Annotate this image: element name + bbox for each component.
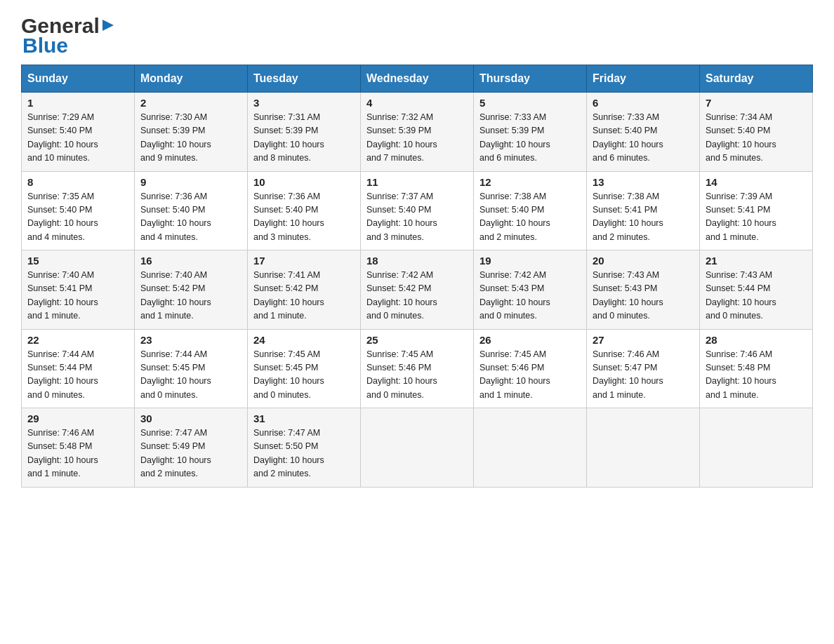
- day-number: 31: [253, 412, 355, 424]
- day-info: Sunrise: 7:37 AMSunset: 5:40 PMDaylight:…: [366, 192, 437, 242]
- day-number: 13: [593, 176, 694, 188]
- calendar-day-cell: 22 Sunrise: 7:44 AMSunset: 5:44 PMDaylig…: [22, 329, 135, 408]
- calendar-day-cell: 20 Sunrise: 7:43 AMSunset: 5:43 PMDaylig…: [587, 250, 700, 330]
- calendar-day-cell: 5 Sunrise: 7:33 AMSunset: 5:39 PMDayligh…: [474, 93, 587, 172]
- day-of-week-header: Sunday: [22, 65, 135, 93]
- calendar-header-row: SundayMondayTuesdayWednesdayThursdayFrid…: [22, 65, 813, 93]
- calendar-day-cell: 30 Sunrise: 7:47 AMSunset: 5:49 PMDaylig…: [135, 408, 248, 488]
- page-header: General Blue: [21, 14, 813, 58]
- day-number: 17: [253, 255, 355, 267]
- day-info: Sunrise: 7:45 AMSunset: 5:46 PMDaylight:…: [479, 349, 550, 400]
- calendar-day-cell: 4 Sunrise: 7:32 AMSunset: 5:39 PMDayligh…: [361, 93, 474, 172]
- day-number: 18: [366, 255, 468, 267]
- day-info: Sunrise: 7:33 AMSunset: 5:39 PMDaylight:…: [479, 112, 550, 163]
- day-number: 3: [253, 97, 355, 109]
- day-number: 19: [479, 255, 581, 267]
- day-info: Sunrise: 7:34 AMSunset: 5:40 PMDaylight:…: [706, 112, 776, 163]
- day-info: Sunrise: 7:44 AMSunset: 5:45 PMDaylight:…: [140, 349, 211, 400]
- calendar-day-cell: 17 Sunrise: 7:41 AMSunset: 5:42 PMDaylig…: [248, 250, 361, 330]
- day-number: 16: [140, 255, 241, 267]
- calendar-day-cell: 10 Sunrise: 7:36 AMSunset: 5:40 PMDaylig…: [248, 171, 361, 250]
- calendar-day-cell: [361, 408, 474, 488]
- calendar-day-cell: 16 Sunrise: 7:40 AMSunset: 5:42 PMDaylig…: [135, 250, 248, 330]
- calendar-day-cell: 26 Sunrise: 7:45 AMSunset: 5:46 PMDaylig…: [474, 329, 587, 408]
- day-info: Sunrise: 7:46 AMSunset: 5:48 PMDaylight:…: [706, 349, 776, 400]
- day-info: Sunrise: 7:36 AMSunset: 5:40 PMDaylight:…: [140, 192, 211, 242]
- calendar-day-cell: [700, 408, 813, 488]
- day-number: 28: [706, 334, 807, 346]
- day-number: 8: [27, 176, 128, 188]
- calendar-day-cell: 1 Sunrise: 7:29 AMSunset: 5:40 PMDayligh…: [22, 93, 135, 172]
- calendar-day-cell: 15 Sunrise: 7:40 AMSunset: 5:41 PMDaylig…: [22, 250, 135, 330]
- logo: General Blue: [21, 14, 117, 58]
- day-number: 26: [479, 334, 581, 346]
- day-of-week-header: Monday: [135, 65, 248, 93]
- day-info: Sunrise: 7:46 AMSunset: 5:48 PMDaylight:…: [27, 428, 98, 478]
- day-info: Sunrise: 7:29 AMSunset: 5:40 PMDaylight:…: [27, 112, 98, 163]
- day-number: 5: [479, 97, 581, 109]
- day-number: 1: [27, 97, 128, 109]
- calendar-table: SundayMondayTuesdayWednesdayThursdayFrid…: [21, 65, 813, 488]
- day-number: 4: [366, 97, 468, 109]
- day-info: Sunrise: 7:35 AMSunset: 5:40 PMDaylight:…: [27, 192, 98, 242]
- day-number: 27: [593, 334, 694, 346]
- calendar-day-cell: 19 Sunrise: 7:42 AMSunset: 5:43 PMDaylig…: [474, 250, 587, 330]
- calendar-day-cell: 23 Sunrise: 7:44 AMSunset: 5:45 PMDaylig…: [135, 329, 248, 408]
- day-info: Sunrise: 7:44 AMSunset: 5:44 PMDaylight:…: [27, 349, 98, 400]
- calendar-week-row: 29 Sunrise: 7:46 AMSunset: 5:48 PMDaylig…: [22, 408, 813, 488]
- day-info: Sunrise: 7:43 AMSunset: 5:44 PMDaylight:…: [706, 270, 776, 321]
- day-of-week-header: Saturday: [700, 65, 813, 93]
- day-info: Sunrise: 7:40 AMSunset: 5:42 PMDaylight:…: [140, 270, 211, 321]
- day-info: Sunrise: 7:45 AMSunset: 5:46 PMDaylight:…: [366, 349, 437, 400]
- calendar-day-cell: 31 Sunrise: 7:47 AMSunset: 5:50 PMDaylig…: [248, 408, 361, 488]
- day-number: 25: [366, 334, 468, 346]
- calendar-day-cell: 8 Sunrise: 7:35 AMSunset: 5:40 PMDayligh…: [22, 171, 135, 250]
- day-of-week-header: Thursday: [474, 65, 587, 93]
- day-number: 12: [479, 176, 581, 188]
- day-number: 6: [593, 97, 694, 109]
- day-number: 2: [140, 97, 241, 109]
- calendar-week-row: 15 Sunrise: 7:40 AMSunset: 5:41 PMDaylig…: [22, 250, 813, 330]
- day-info: Sunrise: 7:33 AMSunset: 5:40 PMDaylight:…: [593, 112, 663, 163]
- calendar-day-cell: 29 Sunrise: 7:46 AMSunset: 5:48 PMDaylig…: [22, 408, 135, 488]
- calendar-day-cell: 6 Sunrise: 7:33 AMSunset: 5:40 PMDayligh…: [587, 93, 700, 172]
- day-info: Sunrise: 7:41 AMSunset: 5:42 PMDaylight:…: [253, 270, 324, 321]
- day-info: Sunrise: 7:39 AMSunset: 5:41 PMDaylight:…: [706, 192, 776, 242]
- calendar-day-cell: 27 Sunrise: 7:46 AMSunset: 5:47 PMDaylig…: [587, 329, 700, 408]
- calendar-day-cell: 24 Sunrise: 7:45 AMSunset: 5:45 PMDaylig…: [248, 329, 361, 408]
- day-number: 29: [27, 412, 128, 424]
- calendar-day-cell: [474, 408, 587, 488]
- day-info: Sunrise: 7:36 AMSunset: 5:40 PMDaylight:…: [253, 192, 324, 242]
- day-number: 22: [27, 334, 128, 346]
- calendar-day-cell: 28 Sunrise: 7:46 AMSunset: 5:48 PMDaylig…: [700, 329, 813, 408]
- calendar-day-cell: 3 Sunrise: 7:31 AMSunset: 5:39 PMDayligh…: [248, 93, 361, 172]
- day-info: Sunrise: 7:46 AMSunset: 5:47 PMDaylight:…: [593, 349, 663, 400]
- calendar-day-cell: 13 Sunrise: 7:38 AMSunset: 5:41 PMDaylig…: [587, 171, 700, 250]
- day-info: Sunrise: 7:30 AMSunset: 5:39 PMDaylight:…: [140, 112, 211, 163]
- day-info: Sunrise: 7:38 AMSunset: 5:41 PMDaylight:…: [593, 192, 663, 242]
- day-of-week-header: Tuesday: [248, 65, 361, 93]
- day-number: 11: [366, 176, 468, 188]
- day-of-week-header: Wednesday: [361, 65, 474, 93]
- calendar-day-cell: 12 Sunrise: 7:38 AMSunset: 5:40 PMDaylig…: [474, 171, 587, 250]
- calendar-day-cell: 7 Sunrise: 7:34 AMSunset: 5:40 PMDayligh…: [700, 93, 813, 172]
- svg-marker-0: [102, 20, 114, 31]
- calendar-week-row: 8 Sunrise: 7:35 AMSunset: 5:40 PMDayligh…: [22, 171, 813, 250]
- day-number: 20: [593, 255, 694, 267]
- day-of-week-header: Friday: [587, 65, 700, 93]
- calendar-day-cell: 18 Sunrise: 7:42 AMSunset: 5:42 PMDaylig…: [361, 250, 474, 330]
- day-number: 15: [27, 255, 128, 267]
- logo-blue-text: Blue: [21, 34, 68, 58]
- day-number: 24: [253, 334, 355, 346]
- calendar-day-cell: 25 Sunrise: 7:45 AMSunset: 5:46 PMDaylig…: [361, 329, 474, 408]
- day-info: Sunrise: 7:47 AMSunset: 5:50 PMDaylight:…: [253, 428, 324, 478]
- day-number: 21: [706, 255, 807, 267]
- day-number: 30: [140, 412, 241, 424]
- calendar-week-row: 1 Sunrise: 7:29 AMSunset: 5:40 PMDayligh…: [22, 93, 813, 172]
- day-number: 10: [253, 176, 355, 188]
- calendar-day-cell: [587, 408, 700, 488]
- day-info: Sunrise: 7:32 AMSunset: 5:39 PMDaylight:…: [366, 112, 437, 163]
- day-info: Sunrise: 7:42 AMSunset: 5:42 PMDaylight:…: [366, 270, 437, 321]
- day-number: 9: [140, 176, 241, 188]
- calendar-week-row: 22 Sunrise: 7:44 AMSunset: 5:44 PMDaylig…: [22, 329, 813, 408]
